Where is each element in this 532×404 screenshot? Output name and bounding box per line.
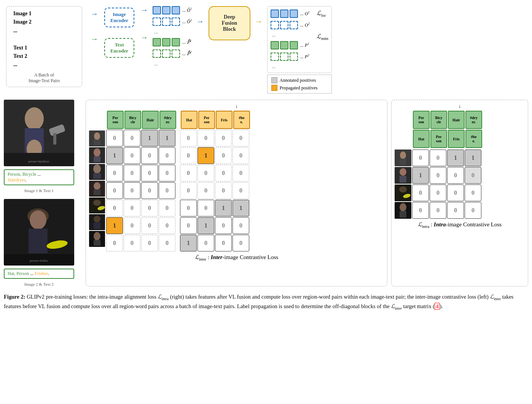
cell-r5c4: 0 xyxy=(159,200,175,216)
out-blue-sq xyxy=(280,10,288,18)
caption-box-2: Hat. Person ... Frisbee. xyxy=(4,269,74,279)
svg-rect-20 xyxy=(94,156,100,162)
cell-r2c1: 1 xyxy=(106,147,123,164)
arrow-after-image-encoder: → xyxy=(140,6,148,14)
inter-grid-area: Person Bicycle Hair #dryer. Hat Person F… xyxy=(106,111,250,251)
cell-r6c7: 0 xyxy=(215,217,232,234)
hdr-hat: Hat xyxy=(181,111,198,129)
svg-point-37 xyxy=(400,151,406,159)
cell-r2c4: 0 xyxy=(159,147,175,164)
intra-hdr-row1: Person Bicycle Hair #dryer. xyxy=(413,111,482,129)
cell-r6c1: 1 xyxy=(106,217,123,234)
svg-point-16 xyxy=(94,132,100,140)
intra-data-area: 0 0 1 1 1 0 0 0 xyxy=(395,150,525,219)
out-green-row-1: ... P1 xyxy=(271,41,310,49)
out-green-sq-d xyxy=(271,52,279,61)
blue-token-row-1: ... Ô1 xyxy=(153,6,192,14)
p-hat-1-label: ... P̊1 xyxy=(182,39,191,45)
ellipsis-out2: ... xyxy=(272,64,310,70)
thumb4 xyxy=(89,181,105,197)
cell-r5c2: 0 xyxy=(124,200,140,216)
cell-r2c2: 0 xyxy=(124,147,140,164)
hdr-person: Person xyxy=(107,111,124,129)
intra-row3: 0 0 0 0 xyxy=(395,185,525,201)
intra-row1: 0 0 1 1 xyxy=(395,150,525,166)
cell-r5c8: 1 xyxy=(233,200,249,216)
intra-hdr-dryer: #dryer. xyxy=(465,111,482,129)
thumb7 xyxy=(89,231,105,247)
inter-header-rows: Person Bicycle Hair #dryer. Hat Person F… xyxy=(107,111,250,129)
output-block: ... O1 ... O2 ... ... P1 xyxy=(267,6,332,73)
out-blue-sq-d xyxy=(280,21,288,29)
cell-r4c1: 0 xyxy=(106,182,123,199)
svg-point-31 xyxy=(94,216,100,223)
cell-r2c8: 0 xyxy=(233,147,249,164)
intra-r2c2: 0 xyxy=(430,167,446,184)
cell-r1c7: 0 xyxy=(215,130,232,146)
cell-r2c6: 1 xyxy=(198,147,214,164)
out-green-sq-d xyxy=(290,52,298,61)
figure-number: Figure 2: xyxy=(4,294,25,300)
out-blue-sq-d xyxy=(271,21,279,29)
O1-label: ... O1 xyxy=(300,11,310,17)
top-diagram: Image 1Image 2...Text 1Text 2... A Batch… xyxy=(4,4,528,96)
hdr-dryer: #dryer. xyxy=(159,111,176,129)
cell-r6c8: 0 xyxy=(233,217,249,234)
intra-r1c1: 0 xyxy=(412,150,429,166)
arrow-from-fusion: → xyxy=(255,17,263,25)
intra-thumb4 xyxy=(395,202,411,219)
green-sq-dashed xyxy=(172,49,180,58)
inter-loss-label: ℒinter : Inter-image Contrastive Loss xyxy=(89,254,384,261)
inter-data-row-4: 0 0 0 0 0 0 0 0 xyxy=(106,182,250,199)
intra-header-cols: Person Bicycle Hair #dryer. Hat Person F… xyxy=(413,111,482,148)
cell-r6c3: 0 xyxy=(141,217,158,234)
intra-r1c4: 1 xyxy=(465,150,481,166)
matrix-section: person+hairdryer Person. Bicycle ... Hai… xyxy=(4,100,528,286)
cell-r5c3: 0 xyxy=(141,200,158,216)
O2-label: ... O2 xyxy=(300,22,310,28)
input-panel: Image 1Image 2...Text 1Text 2... A Batch… xyxy=(6,6,82,87)
thumb5 xyxy=(89,197,105,213)
svg-rect-17 xyxy=(94,140,100,145)
intra-r2c3: 0 xyxy=(447,167,464,184)
intra-r4c3: 0 xyxy=(447,202,464,219)
svg-text:person+hairdryer: person+hairdryer xyxy=(28,160,49,163)
image-encoder-box: ImageEncoder xyxy=(104,8,134,27)
arrow-after-text-encoder: → xyxy=(140,33,148,41)
caption2-hat: Hat xyxy=(8,271,14,276)
caption1-bicycle: Bicycle xyxy=(22,172,37,177)
legend-orange-sq xyxy=(271,85,277,91)
fusion-block: DeepFusionBlock xyxy=(209,6,250,40)
pair1-label: Image 1 & Text 1 xyxy=(4,188,74,193)
intra-r3c3: 0 xyxy=(447,185,464,201)
cell-r4c7: 0 xyxy=(215,182,232,199)
cell-r4c3: 0 xyxy=(141,182,158,199)
out-blue-sq-d xyxy=(290,21,298,29)
svg-point-25 xyxy=(94,182,100,190)
intra-r1c2: 0 xyxy=(430,150,446,166)
blue-sq xyxy=(153,6,161,14)
intra-loss-label: ℒintra : Intra-image Contrastive Loss xyxy=(395,221,525,229)
svg-point-40 xyxy=(400,168,406,176)
caption-box-1: Person. Bicycle ... Hairdryer. xyxy=(4,169,74,185)
intra-row2: 1 0 0 0 xyxy=(395,167,525,184)
caption1-hairdryer: Hairdryer xyxy=(8,177,25,183)
intra-hdr-bee: #bee. xyxy=(465,130,482,148)
image1-placeholder: person+hairdryer xyxy=(4,100,74,166)
cell-r2c7: 0 xyxy=(215,147,232,164)
output-section: ... O1 ... O2 ... ... P1 xyxy=(267,6,332,94)
out-green-row-2: ... P2 xyxy=(271,52,310,61)
cell-r7c3: 0 xyxy=(141,235,158,251)
svg-rect-38 xyxy=(400,159,406,165)
intra-hdr-bicycle: Bicycle xyxy=(430,111,447,129)
arrow-down-inter: ↓ xyxy=(89,103,384,109)
legend-propagated-label: Propagated positives xyxy=(280,85,318,91)
out-green-sq xyxy=(280,41,288,49)
inter-data-row-5: 0 0 0 0 0 0 1 1 xyxy=(106,200,250,216)
arrow-down-intra: ↓ xyxy=(395,103,525,109)
out-green-sq xyxy=(271,41,279,49)
cell-r7c8: 0 xyxy=(233,235,249,251)
intra-thumb3 xyxy=(395,185,411,201)
inter-data-row-6: 1 0 0 0 0 1 0 0 xyxy=(106,217,250,234)
intra-r3c2: 0 xyxy=(430,185,446,201)
